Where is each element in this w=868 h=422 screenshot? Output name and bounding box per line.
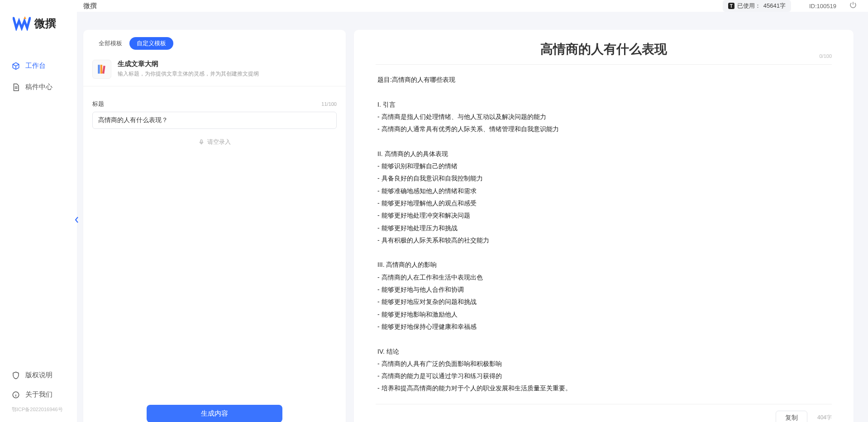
copy-button[interactable]: 复制 (776, 411, 807, 422)
output-body[interactable]: 题目:高情商的人有哪些表现 I. 引言 - 高情商是指人们处理情绪、与他人互动以… (376, 65, 832, 404)
power-icon (849, 1, 857, 9)
sidebar-bottom: 版权说明 关于我们 鄂ICP备2022016946号 (0, 367, 77, 422)
svg-rect-4 (200, 140, 202, 142)
page-title: 微撰 (83, 2, 97, 10)
label-row: 标题 11/100 (92, 100, 337, 108)
title-label: 标题 (92, 100, 104, 108)
chevron-left-icon (74, 213, 80, 226)
template-desc: 输入标题，为你提供文章主体的灵感，并为其创建推文提纲 (118, 70, 259, 78)
tab-custom-template[interactable]: 自定义模板 (129, 37, 173, 50)
power-button[interactable] (849, 1, 857, 11)
info-icon (12, 391, 20, 399)
user-id: ID:100519 (809, 3, 836, 9)
nav-label: 关于我们 (25, 390, 52, 399)
usage-value: 45641字 (763, 2, 786, 10)
content: 全部模板 自定义模板 生成文章大纲 输入标题，为你提供文章主体的灵感，并为其创建… (77, 12, 868, 422)
form-section: 标题 11/100 请空录入 (83, 86, 346, 155)
output-title: 高情商的人有什么表现 (540, 41, 667, 58)
app-root: 微撰 工作台 稿件中心 版权说明 关于我们 鄂ICP备2022016946号 (0, 0, 868, 422)
sidebar: 微撰 工作台 稿件中心 版权说明 关于我们 鄂ICP备2022016946号 (0, 0, 77, 422)
topbar: 微撰 T 已使用： 45641字 ID:100519 (77, 0, 868, 12)
tabs: 全部模板 自定义模板 (83, 37, 346, 50)
svg-rect-2 (100, 65, 102, 74)
nav-item-workspace[interactable]: 工作台 (0, 58, 77, 74)
output-header-counter: 0/100 (819, 53, 832, 59)
icp-text: 鄂ICP备2022016946号 (0, 406, 77, 417)
usage-prefix: 已使用： (737, 2, 761, 10)
char-counter: 11/100 (321, 101, 337, 107)
nav-item-drafts[interactable]: 稿件中心 (0, 79, 77, 95)
right-panel: 高情商的人有什么表现 0/100 题目:高情商的人有哪些表现 I. 引言 - 高… (354, 30, 854, 422)
nav-label: 工作台 (25, 62, 46, 70)
svg-rect-1 (98, 65, 100, 74)
logo: 微撰 (0, 0, 77, 40)
nav-label: 版权说明 (25, 371, 52, 379)
document-icon (12, 83, 20, 91)
shield-icon (12, 371, 20, 379)
books-icon (96, 63, 108, 75)
template-icon (92, 60, 111, 79)
word-count: 404字 (817, 414, 832, 422)
output-header: 高情商的人有什么表现 0/100 (376, 41, 832, 65)
nav-label: 稿件中心 (25, 83, 52, 91)
left-panel: 全部模板 自定义模板 生成文章大纲 输入标题，为你提供文章主体的灵感，并为其创建… (83, 30, 346, 422)
voice-hint: 请空录入 (207, 138, 231, 146)
cube-icon (12, 62, 20, 70)
collapse-handle[interactable] (74, 213, 80, 226)
nav-item-copyright[interactable]: 版权说明 (0, 367, 77, 383)
nav-item-about[interactable]: 关于我们 (0, 387, 77, 403)
nav: 工作台 稿件中心 (0, 40, 77, 100)
output-footer: 复制 404字 (376, 404, 832, 422)
logo-text: 微撰 (34, 16, 56, 31)
tab-all-templates[interactable]: 全部模板 (91, 37, 129, 50)
usage-badge-icon: T (728, 3, 734, 9)
main: 微撰 T 已使用： 45641字 ID:100519 全部模板 自定义模板 (77, 0, 868, 422)
title-input[interactable] (92, 112, 337, 129)
voice-input-button[interactable]: 请空录入 (92, 129, 337, 155)
microphone-icon (198, 139, 205, 145)
template-card: 生成文章大纲 输入标题，为你提供文章主体的灵感，并为其创建推文提纲 (83, 57, 346, 86)
generate-button[interactable]: 生成内容 (147, 405, 282, 422)
usage-pill[interactable]: T 已使用： 45641字 (723, 0, 791, 12)
svg-rect-3 (102, 66, 105, 74)
logo-icon (13, 16, 31, 31)
template-title: 生成文章大纲 (118, 60, 259, 68)
template-info: 生成文章大纲 输入标题，为你提供文章主体的灵感，并为其创建推文提纲 (118, 60, 259, 79)
